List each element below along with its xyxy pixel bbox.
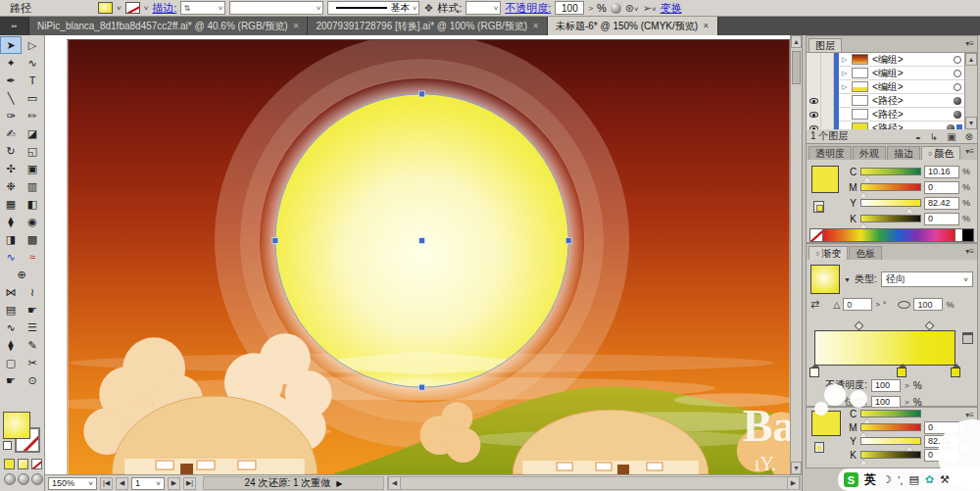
wave-tool[interactable]: ≈ [22, 248, 43, 266]
visibility-toggle[interactable] [807, 67, 821, 80]
canvas-viewport[interactable]: Bai ıY. ▲ ▼ [45, 35, 802, 474]
close-tab-icon[interactable]: ✕ [532, 22, 539, 30]
panel-menu-icon[interactable]: ▾≡ [965, 39, 974, 48]
target-icon[interactable] [954, 56, 961, 64]
fill-proxy-swatch[interactable] [811, 166, 839, 193]
scroll-left-icon[interactable]: ◀ [388, 477, 401, 489]
line-tool[interactable]: ╲ [0, 89, 22, 107]
expand-icon[interactable]: ▷ [842, 83, 852, 91]
screen-mode-menubar[interactable] [18, 473, 29, 485]
skin-icon[interactable]: ✿ [925, 473, 934, 486]
fill-dropdown-icon[interactable]: ˅ [117, 4, 122, 13]
visibility-toggle[interactable] [807, 122, 821, 130]
artboard-tool[interactable]: ▢ [0, 354, 22, 371]
first-page-button[interactable]: |◀ [100, 477, 113, 490]
yellow-slider[interactable] [860, 437, 921, 445]
pencil-tool[interactable]: ✏ [22, 107, 43, 124]
document-tab-3-active[interactable]: 未标题-6* @ 150% (CMYK/预览)✕ [548, 17, 718, 35]
scroll-right-icon[interactable]: ▶ [787, 477, 800, 489]
black-slider[interactable] [860, 451, 921, 459]
lasso-tool[interactable]: ∿ [22, 54, 43, 72]
stroke-weight-spinner[interactable]: ⇅˅ [180, 1, 225, 15]
transform-link[interactable]: 变换 [661, 1, 682, 16]
visibility-toggle[interactable] [807, 108, 821, 122]
moon-icon[interactable]: ☽ [882, 473, 892, 486]
next-page-button[interactable]: ▶ [168, 477, 180, 490]
panel-menu-icon[interactable]: ▾≡ [965, 411, 974, 419]
ink-dropper-tool[interactable]: ⧫ [0, 336, 22, 354]
perspective-tool[interactable]: ☛ [22, 301, 43, 319]
magenta-slider[interactable] [860, 183, 921, 191]
screen-mode-full[interactable] [31, 473, 43, 485]
keyboard-icon[interactable]: ▤ [908, 473, 918, 486]
layer-row[interactable]: ▷ <编组> [807, 53, 977, 67]
target-icon[interactable] [954, 111, 961, 119]
prev-page-button[interactable]: ◀ [116, 477, 128, 490]
gradient-tool[interactable]: ◧ [22, 195, 43, 213]
aspect-ratio-field[interactable]: 100 [913, 298, 943, 311]
brush-definition-dropdown[interactable]: 基本 ˅ [327, 1, 419, 15]
yellow-value-field[interactable]: 82.42 [924, 197, 959, 210]
document-tab-2[interactable]: 20079391728796 [转换].ai* @ 100% (RGB/预览)✕ [308, 17, 548, 35]
magic-wand-tool[interactable]: ✦ [0, 54, 22, 72]
pen-tool[interactable]: ✒ [0, 72, 22, 89]
opacity-stepper-icon[interactable]: > [588, 4, 593, 13]
lock-toggle[interactable] [821, 108, 834, 122]
layers-scrollbar[interactable]: ▲ ▼ [964, 53, 977, 129]
stroke-proxy-swatch[interactable] [813, 201, 824, 213]
tab-gradient[interactable]: ○渐变 [808, 246, 848, 260]
slider-handle[interactable] [859, 192, 867, 197]
cyan-slider[interactable] [860, 410, 921, 417]
sogou-icon[interactable]: S [844, 472, 858, 487]
column-graph-tool[interactable]: ▥ [22, 177, 43, 195]
tab-layers[interactable]: 图层 [808, 38, 842, 52]
punctuation-icon[interactable]: ’, [898, 474, 904, 486]
visibility-toggle[interactable] [807, 53, 821, 67]
eraser-tool[interactable]: ◪ [22, 124, 43, 142]
gradient-stop[interactable] [809, 368, 819, 377]
black-slider[interactable] [860, 215, 921, 222]
scroll-down-icon[interactable]: ▼ [965, 117, 977, 129]
scale-tool[interactable]: ◱ [22, 142, 43, 160]
gradient-opacity-field[interactable]: 100 [871, 379, 901, 392]
mesh-tool[interactable]: ▦ [0, 195, 22, 213]
width-tool[interactable]: ∿ [0, 248, 22, 266]
layer-row[interactable]: ▷ <路径> [807, 94, 977, 108]
zoom-tool[interactable]: ⊙ [22, 371, 43, 389]
measure-tool[interactable]: ✎ [22, 336, 43, 354]
lock-toggle[interactable] [821, 80, 834, 94]
slice-tool[interactable]: ✂ [22, 354, 43, 371]
scroll-up-icon[interactable]: ▲ [791, 35, 802, 48]
horizontal-scrollbar[interactable]: ◀▶ [387, 476, 801, 490]
new-sublayer-icon[interactable]: ↳ [930, 131, 938, 142]
path-scribble-tool[interactable]: ∿ [0, 319, 22, 336]
layer-row[interactable]: ▷ <路径> [807, 108, 977, 122]
opacity-value-field[interactable]: 100 [555, 1, 584, 15]
globe-tool[interactable]: ⊕ [0, 266, 43, 283]
warp-tool[interactable]: ✣ [0, 160, 22, 177]
select-similar-icon[interactable]: ➢˅ [643, 2, 657, 15]
rectangle-tool[interactable]: ▭ [22, 89, 43, 107]
tab-stroke[interactable]: 描边 [887, 146, 920, 160]
selection-tool[interactable]: ➤ [0, 36, 22, 54]
slider-handle[interactable] [906, 208, 913, 213]
envelope-tool[interactable]: ⋈ [0, 283, 22, 301]
live-paint-selection-tool[interactable]: ▩ [22, 230, 43, 248]
stroke-color-swatch[interactable] [125, 2, 140, 14]
target-icon[interactable] [954, 70, 961, 77]
layer-row[interactable]: ▷ <编组> [807, 67, 977, 80]
color-button[interactable] [4, 459, 15, 469]
tab-appearance[interactable]: 外观 [853, 146, 886, 160]
zoom-level-dropdown[interactable]: 150%˅ [48, 477, 97, 490]
gradient-button[interactable] [18, 459, 28, 469]
document-tab-1[interactable]: NiPic_blanca_8d1fba8d457cc2ff.ai* @ 40.6… [29, 17, 308, 35]
new-layer-icon[interactable]: ▣ [947, 131, 956, 142]
screen-mode-normal[interactable] [4, 473, 16, 485]
expand-icon[interactable]: ▷ [842, 56, 852, 64]
vertical-scrollbar[interactable]: ▲ ▼ [790, 35, 802, 474]
direct-selection-tool[interactable]: ▷ [22, 36, 43, 54]
target-icon[interactable] [954, 83, 961, 91]
target-icon[interactable] [947, 124, 955, 130]
black-value-field[interactable]: 0 [924, 213, 959, 225]
close-tab-icon[interactable]: ✕ [703, 22, 710, 30]
